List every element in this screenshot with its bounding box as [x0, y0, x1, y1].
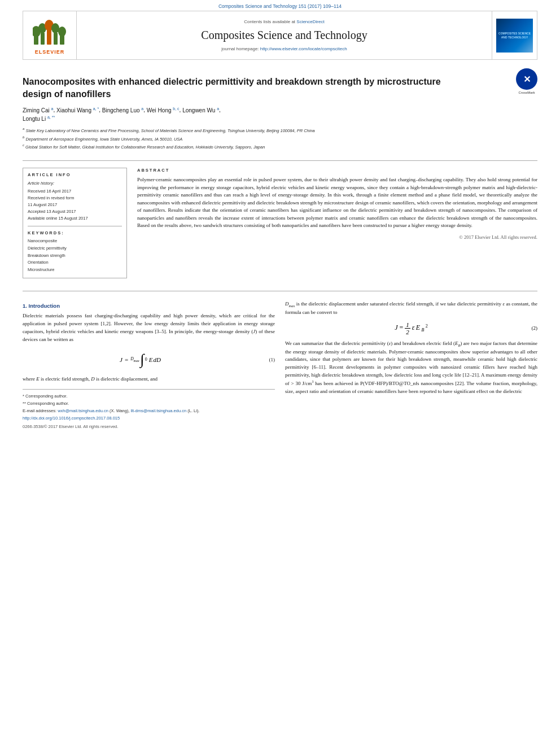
- intro-para1: Dielectric materials possess fast chargi…: [23, 312, 275, 344]
- integral-symbol: ∫: [141, 352, 145, 367]
- article-info-abstract: ARTICLE INFO Article history: Received 1…: [23, 168, 537, 285]
- footer-double-star: ** Corresponding author.: [23, 400, 275, 407]
- main-content: 1. Introduction Dielectric materials pos…: [23, 300, 537, 429]
- col-left: ARTICLE INFO Article history: Received 1…: [23, 168, 127, 285]
- footer-email-label: E-mail addresses:: [23, 408, 56, 413]
- title-divider: [23, 160, 537, 161]
- right-para2: We can summarize that the dielectric per…: [285, 340, 537, 396]
- keyword-1: Nanocomposite: [28, 238, 122, 245]
- history-received: Received 16 April 2017: [28, 188, 122, 195]
- main-right-col: Dmax is the dielectric displacement unde…: [285, 300, 537, 429]
- right-para1: Dmax is the dielectric displacement unde…: [285, 300, 537, 317]
- contents-label: Contents lists available at: [244, 19, 295, 24]
- formula2-E: E: [416, 324, 420, 331]
- page: Composites Science and Technology 151 (2…: [0, 0, 560, 747]
- history-revised-label: Received in revised form: [28, 195, 122, 202]
- formula-upper-d: Dmax: [130, 356, 139, 362]
- journal-header: ELSEVIER Contents lists available at Sci…: [23, 11, 537, 60]
- author-3: Bingcheng Luo a: [102, 107, 143, 113]
- top-citation-bar: Composites Science and Technology 151 (2…: [0, 0, 560, 11]
- footer-doi-line: http://dx.doi.org/10.1016/j.compscitech.…: [23, 415, 275, 421]
- affil-c: c Global Station for Soft Matter, Global…: [23, 143, 508, 150]
- footer-email1[interactable]: wxh@mail.tsinghua.edu.cn: [58, 408, 108, 413]
- abstract-text: Polymer-ceramic nanocomposites play an e…: [137, 176, 537, 230]
- formula-E: E: [149, 356, 153, 363]
- svg-rect-2: [41, 33, 45, 45]
- journal-title: Composites Science and Technology: [201, 29, 367, 42]
- formula-dD: dD: [153, 356, 160, 363]
- footer-doi[interactable]: http://dx.doi.org/10.1016/j.compscitech.…: [23, 416, 120, 421]
- col-right-abstract: ABSTRACT Polymer-ceramic nanocomposites …: [137, 168, 537, 285]
- intro-para2: where E is electric field strength, D is…: [23, 375, 275, 383]
- article-body: Nanocomposites with enhanced dielectric …: [0, 60, 560, 440]
- authors-line: Ziming Cai a, Xiaohui Wang a, *, Bingche…: [23, 106, 508, 123]
- author-4: Wei Hong b, c: [147, 107, 180, 113]
- main-left-col: 1. Introduction Dielectric materials pos…: [23, 300, 275, 429]
- paper-title: Nanocomposites with enhanced dielectric …: [23, 76, 452, 100]
- keywords-section: Nanocomposite Dielectric permittivity Br…: [28, 238, 122, 274]
- author-2: Xiaohui Wang a, *: [56, 107, 99, 113]
- elsevier-logo-box: ELSEVIER: [23, 11, 77, 59]
- formula-1-number: (1): [258, 357, 275, 362]
- formula-2-content: J = 1 2 ε E B 2: [302, 321, 520, 335]
- history-accepted: Accepted 13 August 2017: [28, 208, 122, 215]
- formula2-eps: ε: [412, 324, 415, 331]
- history-divider: [28, 226, 122, 226]
- abstract-divider: [23, 291, 537, 291]
- footer-email1-name: (X. Wang),: [110, 408, 130, 413]
- affil-b: b Department of Aerospace Engineering, I…: [23, 135, 508, 142]
- elsevier-tree-icon: [33, 16, 67, 47]
- article-info-box: ARTICLE INFO Article history: Received 1…: [23, 168, 127, 278]
- article-info-heading: ARTICLE INFO: [28, 172, 122, 177]
- keyword-5: Microstructure: [28, 267, 122, 274]
- keyword-2: Dielectric permittivity: [28, 245, 122, 252]
- formula2-sub-B: B: [422, 327, 425, 333]
- footer-star: * Corresponding author.: [23, 393, 275, 399]
- keyword-4: Orientation: [28, 259, 122, 267]
- homepage-label: journal homepage:: [221, 46, 259, 51]
- author-6: Longtu Li a, **: [23, 116, 55, 122]
- footer-email2-name: (L. Li).: [187, 408, 199, 413]
- history-label: Article history:: [28, 181, 122, 186]
- abstract-heading: ABSTRACT: [137, 168, 537, 173]
- formula-2-number: (2): [520, 325, 537, 331]
- formula-j-label: J: [120, 356, 123, 363]
- formula-1-content: J = Dmax ∫ 0 E dD: [23, 352, 258, 367]
- history-revised-date: 11 August 2017: [28, 202, 122, 208]
- formula-2-block: J = 1 2 ε E B 2 (2): [302, 321, 537, 335]
- formula-limits-top: Dmax: [130, 356, 139, 362]
- svg-rect-6: [54, 33, 58, 45]
- journal-header-center: Contents lists available at ScienceDirec…: [77, 11, 492, 59]
- formula-lower-zero: 0: [145, 357, 147, 362]
- footer-email2[interactable]: llt-dms@mail.tsinghua.edu.cn: [131, 408, 187, 413]
- top-citation-text: Composites Science and Technology 151 (2…: [218, 3, 342, 9]
- homepage-line: journal homepage: http://www.elsevier.co…: [221, 46, 347, 51]
- journal-logo-box: COMPOSITES SCIENCE AND TECHNOLOGY: [492, 11, 537, 59]
- svg-point-7: [51, 23, 59, 33]
- formula-eq-sign: =: [125, 356, 128, 363]
- formula2-j: J =: [395, 324, 405, 331]
- formula2-frac: 1 2: [405, 324, 412, 331]
- footer-email-line: E-mail addresses: wxh@mail.tsinghua.edu.…: [23, 408, 275, 414]
- elsevier-text: ELSEVIER: [35, 49, 65, 55]
- keyword-3: Breakdown strength: [28, 252, 122, 260]
- journal-logo-image: COMPOSITES SCIENCE AND TECHNOLOGY: [496, 19, 533, 53]
- contents-line: Contents lists available at ScienceDirec…: [244, 19, 324, 24]
- svg-rect-8: [60, 36, 64, 45]
- history-online: Available online 15 August 2017: [28, 215, 122, 222]
- logo-text-small: COMPOSITES SCIENCE AND TECHNOLOGY: [498, 32, 531, 39]
- keywords-heading: Keywords:: [28, 230, 122, 235]
- copyright-line: © 2017 Elsevier Ltd. All rights reserved…: [137, 234, 537, 240]
- author-5: Longwen Wu a: [182, 107, 219, 113]
- sciencedirect-link[interactable]: ScienceDirect: [296, 19, 324, 24]
- crossmark-label: CrossMark: [516, 91, 537, 94]
- homepage-url[interactable]: http://www.elsevier.com/locate/compscite…: [260, 46, 347, 51]
- author-1: Ziming Cai a: [23, 107, 53, 113]
- title-row: Nanocomposites with enhanced dielectric …: [23, 65, 537, 155]
- crossmark-area: ✕ CrossMark: [516, 68, 537, 94]
- intro-section-title: 1. Introduction: [23, 303, 275, 309]
- affil-a: a State Key Laboratory of New Ceramics a…: [23, 126, 508, 134]
- formula2-sup-2: 2: [426, 324, 428, 329]
- affiliations: a State Key Laboratory of New Ceramics a…: [23, 126, 508, 150]
- crossmark-icon: ✕: [516, 68, 537, 90]
